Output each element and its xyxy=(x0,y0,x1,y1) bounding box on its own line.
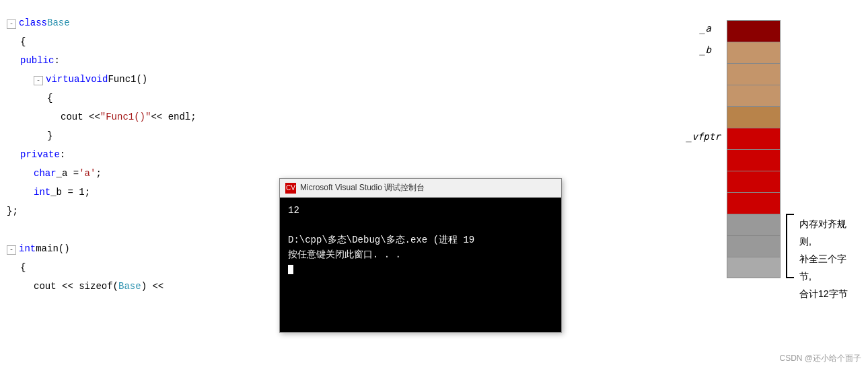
watermark: CSDN @还小给个面子 xyxy=(779,353,861,364)
terminal-title: Microsoft Visual Studio 调试控制台 xyxy=(300,182,425,194)
code-line-4: - virtual void Func1() xyxy=(7,70,283,89)
memory-stack xyxy=(727,20,781,278)
code-line-2: { xyxy=(7,32,283,51)
code-line-1: - class Base xyxy=(7,13,283,32)
code-line-5: { xyxy=(7,89,283,108)
annotation-brace xyxy=(786,214,794,278)
code-line-11: }; xyxy=(7,202,283,220)
code-line-9: char _a = 'a'; xyxy=(7,164,283,183)
mem-cell-3 xyxy=(727,85,781,106)
mem-cell-5 xyxy=(727,128,781,149)
code-line-7: } xyxy=(7,126,283,145)
vs-icon: CV xyxy=(285,183,296,194)
code-line-12 xyxy=(7,220,283,239)
mem-cell-10 xyxy=(727,235,781,257)
terminal-output-2: D:\cpp\多态\Debug\多态.exe (进程 19 xyxy=(288,233,553,247)
kw-basename: Base xyxy=(47,13,70,32)
code-line-3: public: xyxy=(7,51,283,70)
annotation-line2: 补全三个字节, xyxy=(799,250,848,285)
mem-cell-11 xyxy=(727,257,781,278)
mem-cell-0 xyxy=(727,20,781,42)
mem-cell-1 xyxy=(727,42,781,63)
terminal-window: CV Microsoft Visual Studio 调试控制台 12 D:\c… xyxy=(279,178,562,333)
code-line-13: - int main() xyxy=(7,239,283,258)
terminal-cursor-line xyxy=(288,262,553,277)
code-line-6: cout << "Func1()" << endl; xyxy=(7,108,283,126)
code-editor: - class Base { public: - virtual void Fu… xyxy=(0,0,289,371)
annotation-line1: 内存对齐规则, xyxy=(799,215,848,250)
code-line-10: int _b = 1; xyxy=(7,183,283,202)
terminal-cursor xyxy=(288,265,293,274)
terminal-output-3: 按任意键关闭此窗口. . . xyxy=(288,247,553,262)
mem-cell-8 xyxy=(727,192,781,214)
mem-cell-7 xyxy=(727,171,781,192)
code-line-8: private: xyxy=(7,145,283,164)
memory-diagram: _a _b _vfptr 内存对齐规则, 补全三个字节, 合计12字节 xyxy=(632,13,848,349)
label-a: _a xyxy=(700,23,711,34)
annotation-box: 内存对齐规则, 补全三个字节, 合计12字节 xyxy=(799,215,848,302)
collapse-icon-13[interactable]: - xyxy=(7,245,16,255)
mem-cell-9 xyxy=(727,214,781,235)
mem-cell-2 xyxy=(727,63,781,85)
code-line-14: { xyxy=(7,258,283,277)
label-vfptr: _vfptr xyxy=(686,131,721,142)
annotation-line3: 合计12字节 xyxy=(799,285,848,302)
code-line-15: cout << sizeof(Base) << xyxy=(7,277,283,296)
terminal-output-blank xyxy=(288,218,553,233)
collapse-icon-4[interactable]: - xyxy=(34,76,43,85)
label-b: _b xyxy=(700,44,711,55)
collapse-icon-1[interactable]: - xyxy=(7,19,16,29)
kw-class: class xyxy=(19,13,47,32)
terminal-output-1: 12 xyxy=(288,203,553,218)
terminal-body: 12 D:\cpp\多态\Debug\多态.exe (进程 19 按任意键关闭此… xyxy=(280,198,561,332)
mem-cell-4 xyxy=(727,106,781,128)
terminal-titlebar: CV Microsoft Visual Studio 调试控制台 xyxy=(280,179,561,198)
mem-cell-6 xyxy=(727,149,781,171)
